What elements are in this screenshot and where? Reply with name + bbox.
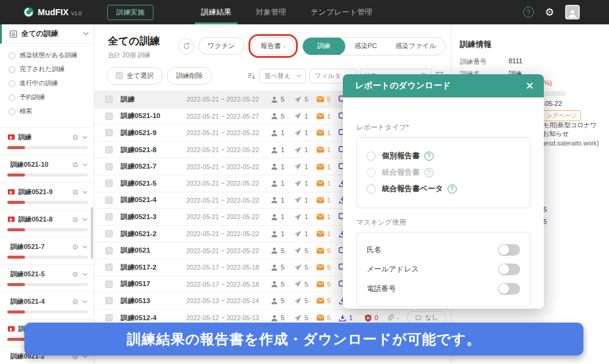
target-count: 5 (270, 96, 294, 103)
report-button[interactable]: 報告書 ↓ (252, 37, 295, 55)
info-domain-fragment: gesd.sateraito.work) (541, 139, 599, 147)
nav-item-1[interactable]: 対象管理 (244, 0, 298, 24)
delete-training-button[interactable]: 訓練削除 (167, 67, 212, 85)
training-dates: 2022-05-21 ~ 2022-05-27 (186, 113, 270, 120)
sent-count: 1 (294, 180, 316, 187)
training-dates: 2022-05-21 ~ 2022-05-22 (186, 163, 270, 170)
help-icon[interactable]: ? (523, 7, 534, 18)
attachment-indicator: - (386, 314, 407, 322)
avatar[interactable] (565, 5, 580, 19)
bubble-icon (415, 315, 422, 321)
vaccine-button[interactable]: ワクチン (199, 37, 244, 55)
mail-count: 5 (316, 264, 339, 271)
chevron-down-icon[interactable] (82, 191, 88, 194)
send-icon (294, 230, 302, 238)
radio-icon[interactable] (367, 152, 376, 161)
row-checkbox[interactable] (105, 230, 113, 237)
sidebar-filter-1[interactable]: 完了された訓練 (9, 65, 94, 74)
infected-monitor-icon (7, 216, 15, 223)
radio-icon[interactable] (9, 66, 15, 73)
row-checkbox[interactable] (105, 180, 113, 187)
gear-icon[interactable]: ⚙ (72, 215, 79, 224)
report-type-option-0[interactable]: 個別報告書? (367, 151, 520, 161)
sidebar-training-item[interactable]: 訓練0521-7⚙ (0, 237, 94, 265)
close-icon[interactable]: ✕ (526, 81, 534, 91)
row-checkbox[interactable] (105, 314, 113, 321)
sidebar-filter-list: 感染状態がある訓練完了された訓練進行中の訓練予約訓練検索 (0, 44, 94, 128)
gear-icon[interactable]: ⚙ (72, 243, 79, 251)
row-checkbox[interactable] (105, 146, 113, 153)
nav-item-2[interactable]: テンプレート管理 (298, 0, 384, 24)
info-template-fragment-2: お知らせ (543, 130, 569, 138)
sidebar-training-item[interactable]: 訓練0521-10⚙ (0, 155, 94, 183)
gear-icon[interactable]: ⚙ (72, 161, 79, 169)
radio-icon[interactable] (9, 108, 15, 115)
mail-icon (316, 247, 325, 254)
select-all-checkbox[interactable] (116, 72, 123, 79)
mail-count: 1 (316, 180, 339, 187)
top-header: MudFIX V1.0 訓練実施 訓練結果対象管理テンプレート管理 ? ⚙ (0, 0, 609, 24)
gear-icon[interactable]: ⚙ (72, 188, 79, 197)
radio-icon[interactable] (9, 52, 15, 59)
tab-1[interactable]: 感染PC (345, 37, 386, 55)
sidebar-scrollbar[interactable] (91, 207, 93, 259)
select-all-button[interactable]: 全て選択 (107, 67, 163, 85)
chevron-down-icon[interactable] (82, 136, 88, 139)
training-dates: 2022-05-21 ~ 2022-05-22 (186, 180, 270, 187)
toggle-off[interactable] (498, 264, 520, 275)
sidebar-training-item[interactable]: 訓練0521-9⚙ (0, 183, 94, 210)
radio-icon[interactable] (367, 184, 376, 194)
row-checkbox[interactable] (105, 297, 113, 304)
row-checkbox[interactable] (105, 113, 113, 120)
row-checkbox[interactable] (105, 96, 113, 103)
sidebar-filter-0[interactable]: 感染状態がある訓練 (9, 51, 94, 60)
radio-icon[interactable] (9, 80, 15, 87)
gear-icon[interactable]: ⚙ (72, 298, 79, 306)
training-name: 訓練0521-8 (121, 145, 186, 155)
chevron-down-icon[interactable] (82, 300, 88, 304)
sidebar-training-item[interactable]: 訓練0521-8⚙ (0, 210, 94, 237)
gear-icon[interactable]: ⚙ (72, 133, 79, 142)
sidebar-filter-4[interactable]: 検索 (9, 107, 94, 116)
row-checkbox[interactable] (105, 264, 113, 271)
tab-2[interactable]: 感染ファイル (386, 37, 445, 55)
run-training-button[interactable]: 訓練実施 (107, 5, 153, 20)
chevron-down-icon[interactable] (82, 163, 88, 167)
chevron-down-icon[interactable] (83, 32, 89, 36)
info-date-fragment: -05-22 (543, 100, 562, 107)
chevron-down-icon[interactable] (82, 218, 88, 222)
download-arrow-icon: ↓ (283, 43, 286, 49)
sidebar-training-item[interactable]: 訓練0521-5⚙ (0, 265, 94, 292)
target-count: 1 (270, 129, 294, 137)
sidebar-filter-3[interactable]: 予約訓練 (9, 93, 94, 102)
help-icon[interactable]: ? (448, 184, 457, 194)
chevron-down-icon[interactable] (82, 245, 88, 249)
caption-text: 訓練結果の報告書を作成・ダウンロードが可能です。 (127, 330, 481, 349)
tab-0[interactable]: 訓練 (303, 37, 345, 55)
sidebar-training-item[interactable]: 訓練⚙ (0, 128, 94, 155)
row-checkbox[interactable] (105, 213, 113, 220)
help-icon[interactable]: ? (424, 152, 434, 161)
sort-select[interactable]: 並べ替え (259, 69, 306, 83)
refresh-button[interactable] (178, 38, 194, 54)
radio-icon[interactable] (9, 94, 15, 101)
row-checkbox[interactable] (105, 197, 113, 204)
sort-icon[interactable] (247, 72, 256, 80)
nav-item-0[interactable]: 訓練結果 (189, 0, 244, 24)
sidebar-filter-2[interactable]: 進行中の訓練 (9, 79, 94, 88)
sidebar-training-item[interactable]: 訓練0521-4⚙ (0, 292, 94, 320)
person-icon (270, 247, 278, 254)
help-icon[interactable]: ? (424, 168, 434, 177)
row-checkbox[interactable] (105, 281, 113, 288)
report-type-option-2[interactable]: 統合報告書ベータ? (367, 184, 520, 194)
sidebar-all-trainings[interactable]: 全ての訓練 (0, 24, 94, 44)
training-dates: 2022-05-13 ~ 2022-05-14 (186, 297, 270, 304)
toggle-off[interactable] (498, 283, 520, 295)
row-checkbox[interactable] (105, 247, 113, 254)
settings-gear-icon[interactable]: ⚙ (545, 7, 554, 18)
gear-icon[interactable]: ⚙ (72, 270, 79, 279)
row-checkbox[interactable] (105, 163, 113, 170)
chevron-down-icon[interactable] (82, 273, 88, 276)
toggle-off[interactable] (498, 244, 520, 256)
row-checkbox[interactable] (105, 129, 113, 136)
